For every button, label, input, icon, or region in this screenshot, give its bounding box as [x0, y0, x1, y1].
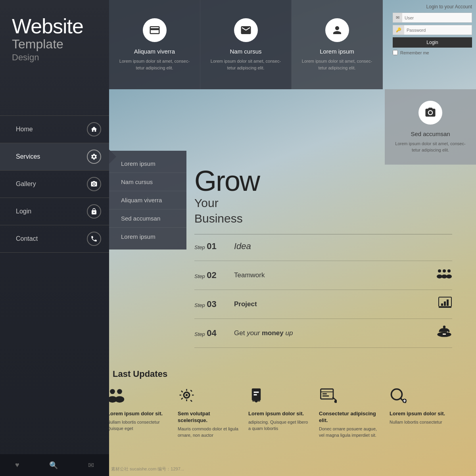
site-title-block: Website Template Design [0, 0, 109, 76]
svg-point-3 [443, 269, 446, 273]
top-panels: Aliquam viverra Lorem ipsum dolor sit am… [109, 0, 383, 89]
update-title-3: Consectetur adipiscing elit. [319, 411, 382, 424]
sidebar: Website Template Design Home Services Ga… [0, 0, 109, 476]
panel-1-title: Nam cursus [230, 48, 261, 55]
step-1-desc: Idea [234, 241, 432, 251]
remember-checkbox[interactable] [393, 50, 398, 55]
submenu-item-2[interactable]: Aliquam viverra [109, 191, 186, 209]
pass-field-icon: 🔑 [393, 25, 404, 35]
camera-panel-desc: Lorem ipsum dolor sit amet, consec-tetur… [393, 140, 468, 154]
site-sub2: Design [12, 52, 97, 64]
services-submenu: Lorem ipsum Nam cursus Aliquam viverra S… [109, 151, 186, 250]
update-icon-4 [390, 387, 407, 407]
remember-label: Remember me [400, 50, 429, 55]
step-row-4: Step 04 Get your money up [194, 319, 452, 348]
grow-section: Grow Your Business [194, 167, 452, 226]
step-2-desc: Teamwork [234, 271, 432, 279]
grow-line2: Your Business [194, 195, 452, 226]
update-text-1: Mauris commodo dolor et ligula ornare, n… [178, 426, 240, 439]
svg-rect-28 [252, 401, 260, 401]
step-3-label: Step 03 [194, 299, 234, 309]
svg-point-5 [437, 274, 442, 278]
submenu-item-3[interactable]: Sed accumsan [109, 209, 186, 228]
svg-rect-25 [254, 392, 259, 393]
pass-input[interactable] [404, 26, 472, 34]
sidebar-nav: Home Services Gallery Login Conta [0, 115, 109, 253]
login-user-field[interactable]: ✉ [393, 13, 472, 23]
submenu-item-4[interactable]: Lorem ipsum [109, 228, 186, 246]
user-field-icon: ✉ [393, 13, 402, 22]
nav-label-services: Services [16, 153, 40, 160]
teamwork-icon [432, 267, 452, 283]
camera-panel: Sed accumsan Lorem ipsum dolor sit amet,… [385, 89, 476, 165]
top-panel-0: Aliquam viverra Lorem ipsum dolor sit am… [109, 0, 200, 89]
step-3-desc: Project [234, 300, 432, 308]
svg-rect-10 [444, 301, 446, 306]
camera-icon [418, 101, 442, 125]
bottom-search-icon[interactable]: 🔍 [49, 461, 58, 470]
update-text-0: Nullam lobortis consectetur Quisque eget [107, 419, 170, 432]
money-icon [432, 325, 452, 341]
sidebar-item-home[interactable]: Home [0, 116, 109, 143]
step-row-2: Step 02 Teamwork [194, 261, 452, 290]
bottom-heart-icon[interactable]: ♥ [15, 461, 19, 469]
svg-rect-26 [254, 394, 257, 395]
watermark: 素材公社 sucaishe.com 编号：1297... [111, 466, 184, 472]
nav-label-contact: Contact [16, 235, 38, 242]
update-icon-2 [248, 387, 264, 407]
panel-2-desc: Lorem ipsum dolor sit amet, consec-tetur… [299, 58, 374, 71]
svg-point-21 [115, 396, 124, 403]
svg-rect-9 [441, 303, 443, 306]
svg-point-6 [441, 274, 447, 278]
grow-title: Grow [194, 167, 452, 195]
update-item-4: Lorem ipsum dolor sit. Nullam lobortis c… [390, 387, 452, 439]
svg-point-0 [93, 183, 95, 185]
svg-rect-31 [322, 393, 327, 395]
update-icon-0 [107, 387, 125, 407]
svg-point-18 [110, 389, 115, 394]
step-1-label: Step 01 [194, 241, 234, 251]
svg-point-4 [447, 269, 451, 273]
last-updates-title: Last Updates [107, 369, 452, 379]
bottom-mail-icon[interactable]: ✉ [88, 461, 94, 470]
login-pass-field[interactable]: 🔑 [393, 25, 472, 35]
nav-label-gallery: Gallery [16, 180, 36, 188]
gallery-icon [87, 177, 101, 191]
update-title-2: Lorem ipsum dolor sit. [248, 411, 304, 417]
submenu-item-1[interactable]: Nam cursus [109, 173, 186, 191]
panel-2-icon [325, 18, 349, 42]
nav-label-home: Home [16, 126, 33, 133]
login-button[interactable]: Login [393, 37, 472, 48]
site-subtitle: Template [12, 36, 97, 52]
step-4-label: Step 04 [194, 328, 234, 338]
update-text-3: Donec ornare posuere augue, vel magna li… [319, 426, 382, 439]
sidebar-item-services[interactable]: Services [0, 143, 109, 171]
submenu-item-0[interactable]: Lorem ipsum [109, 155, 186, 173]
top-panel-2: Lorem ipsum Lorem ipsum dolor sit amet, … [292, 0, 383, 89]
svg-point-34 [392, 389, 402, 400]
user-input[interactable] [402, 14, 472, 22]
svg-point-1 [429, 111, 432, 114]
svg-rect-32 [322, 395, 329, 397]
step-1-icon [432, 238, 452, 254]
login-box: Login to your Account ✉ 🔑 Login Remember… [393, 4, 472, 55]
login-title: Login to your Account [393, 4, 472, 10]
update-title-1: Sem volutpat scelerisque. [178, 411, 240, 424]
panel-2-title: Lorem ipsum [320, 48, 354, 55]
update-text-2: adipiscing. Quisque eget libero a quam l… [248, 419, 311, 432]
camera-panel-title: Sed accumsan [411, 131, 450, 137]
update-item-0: Lorem ipsum dolor sit. Nullam lobortis c… [107, 387, 170, 439]
login-icon [87, 204, 101, 219]
step-row-1: Step 01 Idea [194, 234, 452, 261]
last-updates: Last Updates Lorem ipsum dolor sit. Null… [107, 369, 452, 439]
steps-section: Step 01 Idea Step 02 Teamwork St [194, 234, 452, 348]
svg-point-15 [443, 326, 445, 328]
update-item-1: Sem volutpat scelerisque. Mauris commodo… [178, 387, 240, 439]
panel-0-desc: Lorem ipsum dolor sit amet, consec-tetur… [117, 58, 192, 71]
sidebar-item-login[interactable]: Login [0, 198, 109, 225]
top-panel-1: Nam cursus Lorem ipsum dolor sit amet, c… [200, 0, 292, 89]
step-4-desc: Get your money up [234, 329, 432, 337]
update-title-4: Lorem ipsum dolor sit. [390, 411, 445, 417]
sidebar-item-contact[interactable]: Contact [0, 225, 109, 253]
sidebar-item-gallery[interactable]: Gallery [0, 171, 109, 198]
